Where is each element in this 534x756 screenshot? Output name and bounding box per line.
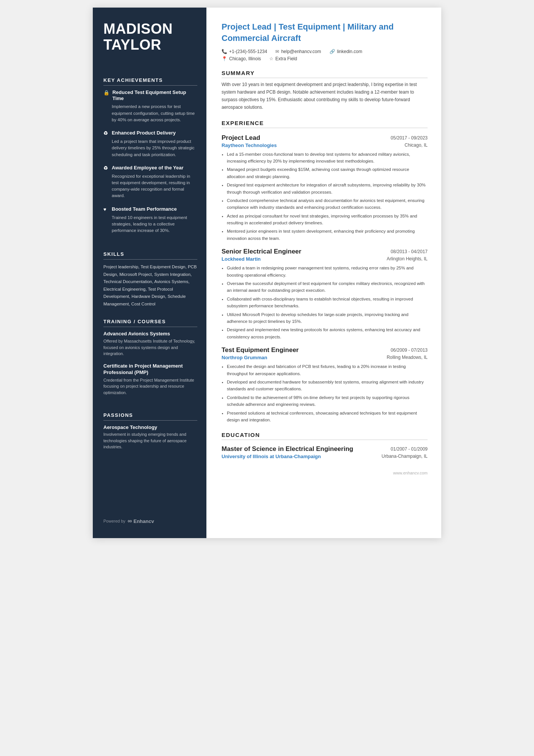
main-content: Project Lead | Test Equipment | Military… xyxy=(206,8,441,538)
passion-title: Aerospace Technology xyxy=(103,424,197,430)
phone-icon: 📞 xyxy=(222,49,227,54)
extra-text: Extra Field xyxy=(275,56,297,61)
location-text: Chicago, Illinois xyxy=(229,56,261,61)
contact-row2: 📍 Chicago, Illinois ☆ Extra Field xyxy=(222,56,428,61)
achievement-title: Enhanced Product Delivery xyxy=(112,130,176,136)
email-contact: ✉ help@enhancv.com xyxy=(275,49,321,54)
achievement-title: Reduced Test Equipment Setup Time xyxy=(112,89,197,102)
email-text: help@enhancv.com xyxy=(281,49,321,54)
job-dates-3: 06/2009 - 07/2013 xyxy=(391,347,428,353)
resume-container: MADISON TAYLOR KEY ACHIEVEMENTS 🔒 Reduce… xyxy=(93,8,441,538)
phone-contact: 📞 +1-(234)-555-1234 xyxy=(222,49,267,54)
achievement-item: ♻ Enhanced Product Delivery Led a projec… xyxy=(103,130,197,158)
bullet: Guided a team in redesigning power manag… xyxy=(227,265,428,279)
achievement-item: ♥ Boosted Team Performance Trained 10 en… xyxy=(103,206,197,234)
experience-section-title: EXPERIENCE xyxy=(222,120,428,128)
training-title: Advanced Avionics Systems xyxy=(103,331,197,337)
edu-dates: 01/2007 - 01/2009 xyxy=(391,446,428,453)
job-bullets-2: Guided a team in redesigning power manag… xyxy=(222,265,428,340)
achievement-desc: Trained 10 engineers in test equipment s… xyxy=(103,214,197,234)
bullet: Acted as principal consultant for novel … xyxy=(227,213,428,227)
edu-school: University of Illinois at Urbana-Champai… xyxy=(222,454,321,459)
summary-text: With over 10 years in test equipment dev… xyxy=(222,81,428,111)
heart-icon: ♥ xyxy=(103,207,109,213)
bullet: Developed and documented hardware for su… xyxy=(227,379,428,393)
job-title-3: Test Equipment Engineer xyxy=(222,346,299,354)
email-icon: ✉ xyxy=(275,49,279,54)
achievement-item: ♻ Awarded Employee of the Year Recognize… xyxy=(103,165,197,199)
logo-icon: ∞ xyxy=(128,518,132,524)
achievement-desc: Implemented a new process for test equip… xyxy=(103,103,197,123)
bullet: Designed and implemented new testing pro… xyxy=(227,326,428,340)
training-item: Certificate in Project Management Profes… xyxy=(103,363,197,396)
job-location-3: Rolling Meadows, IL xyxy=(387,355,428,360)
job-dates-1: 05/2017 - 09/2023 xyxy=(391,135,428,141)
sidebar: MADISON TAYLOR KEY ACHIEVEMENTS 🔒 Reduce… xyxy=(93,8,206,538)
achievement-desc: Recognized for exceptional leadership in… xyxy=(103,173,197,199)
passion-desc: Involvement in studying emerging trends … xyxy=(103,431,197,450)
job-title-1: Project Lead xyxy=(222,134,260,142)
achievement-title: Boosted Team Performance xyxy=(112,206,177,213)
training-item: Advanced Avionics Systems Offered by Mas… xyxy=(103,331,197,357)
enhancv-logo: ∞ Enhancv xyxy=(128,518,154,524)
recycle-icon: ♻ xyxy=(103,130,109,137)
achievement-title: Awarded Employee of the Year xyxy=(112,165,184,171)
experience-item: Test Equipment Engineer 06/2009 - 07/201… xyxy=(222,346,428,423)
training-desc: Offered by Massachusetts Institute of Te… xyxy=(103,338,197,357)
linkedin-contact: 🔗 linkedin.com xyxy=(329,49,362,54)
extra-contact: ☆ Extra Field xyxy=(269,56,297,61)
phone-text: +1-(234)-555-1234 xyxy=(229,49,267,54)
bullet: Managed project budgets exceeding $15M, … xyxy=(227,166,428,180)
star-icon: ☆ xyxy=(269,56,273,61)
candidate-name: MADISON TAYLOR xyxy=(103,21,197,53)
skills-section-title: SKILLS xyxy=(103,251,197,260)
bullet: Oversaw the successful deployment of tes… xyxy=(227,280,428,294)
website-text: www.enhancv.com xyxy=(393,471,428,475)
job-bullets-1: Led a 15-member cross-functional team to… xyxy=(222,151,428,242)
achievement-desc: Led a project team that improved product… xyxy=(103,138,197,158)
education-section-title: EDUCATION xyxy=(222,432,428,440)
contact-row: 📞 +1-(234)-555-1234 ✉ help@enhancv.com 🔗… xyxy=(222,49,428,54)
linkedin-text: linkedin.com xyxy=(337,49,362,54)
bullet: Executed the design and fabrication of P… xyxy=(227,363,428,377)
location-icon: 📍 xyxy=(222,56,227,61)
powered-by: Powered by ∞ Enhancv xyxy=(103,506,197,524)
training-desc: Credential from the Project Management I… xyxy=(103,377,197,396)
job-title-2: Senior Electrical Engineer xyxy=(222,248,301,255)
job-company-3: Northrop Grumman xyxy=(222,355,267,360)
training-title: Certificate in Project Management Profes… xyxy=(103,363,197,376)
experience-item: Senior Electrical Engineer 08/2013 - 04/… xyxy=(222,248,428,340)
job-company-2: Lockheed Martin xyxy=(222,256,261,262)
bullet: Mentored junior engineers in test system… xyxy=(227,228,428,242)
bullet: Contributed to the achievement of 98% on… xyxy=(227,394,428,408)
bullet: Conducted comprehensive technical analys… xyxy=(227,197,428,211)
job-dates-2: 08/2013 - 04/2017 xyxy=(391,249,428,254)
achievement-item: 🔒 Reduced Test Equipment Setup Time Impl… xyxy=(103,89,197,124)
experience-item: Project Lead 05/2017 - 09/2023 Raytheon … xyxy=(222,134,428,242)
bullet: Designed test equipment architecture for… xyxy=(227,182,428,196)
main-footer: www.enhancv.com xyxy=(222,471,428,475)
award-icon: ♻ xyxy=(103,165,109,172)
bullet: Presented solutions at technical confere… xyxy=(227,410,428,424)
location-contact: 📍 Chicago, Illinois xyxy=(222,56,261,61)
passions-section-title: PASSIONS xyxy=(103,412,197,421)
edu-degree: Master of Science in Electrical Engineer… xyxy=(222,445,353,453)
link-icon: 🔗 xyxy=(329,49,335,54)
bullet: Utilized Microsoft Project to develop sc… xyxy=(227,311,428,325)
lock-icon: 🔒 xyxy=(103,90,109,96)
job-title: Project Lead | Test Equipment | Military… xyxy=(222,21,428,44)
skills-text: Project leadership, Test Equipment Desig… xyxy=(103,263,197,308)
job-location-2: Arlington Heights, IL xyxy=(387,256,428,262)
achievements-section-title: KEY ACHIEVEMENTS xyxy=(103,77,197,86)
job-bullets-3: Executed the design and fabrication of P… xyxy=(222,363,428,423)
job-company-1: Raytheon Technologies xyxy=(222,142,277,148)
bullet: Collaborated with cross-disciplinary tea… xyxy=(227,296,428,310)
job-location-1: Chicago, IL xyxy=(404,142,428,148)
passion-item: Aerospace Technology Involvement in stud… xyxy=(103,424,197,450)
summary-section-title: SUMMARY xyxy=(222,70,428,78)
edu-location: Urbana-Champaign, IL xyxy=(382,454,428,459)
training-section-title: TRAINING / COURSES xyxy=(103,319,197,327)
bullet: Led a 15-member cross-functional team to… xyxy=(227,151,428,165)
education-item: Master of Science in Electrical Engineer… xyxy=(222,445,428,459)
